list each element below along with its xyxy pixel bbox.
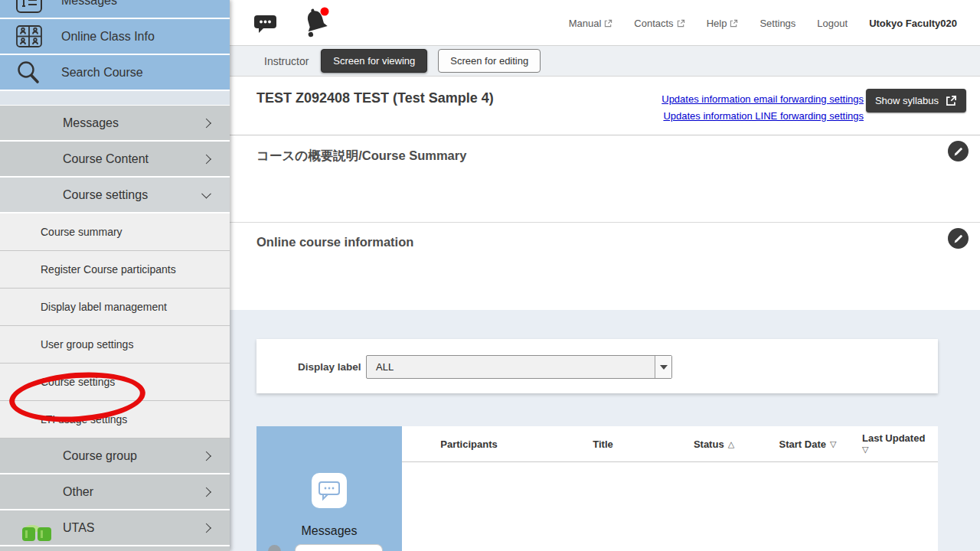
external-link-icon: [677, 19, 685, 28]
chevron-right-icon: [201, 118, 211, 128]
column-header-status[interactable]: Status △: [670, 439, 758, 450]
external-link-icon: [604, 19, 612, 28]
sidebar-spacer: [0, 91, 230, 106]
settings-link[interactable]: Settings: [760, 18, 795, 29]
column-header-start-date[interactable]: Start Date ▽: [758, 439, 858, 450]
sidebar-item-messages-top[interactable]: Messages: [0, 0, 230, 19]
section-heading: コースの概要説明/Course Summary: [256, 148, 466, 165]
chevron-right-icon: [201, 154, 211, 164]
sidebar-item-register-course-participants[interactable]: Register Course participants: [0, 251, 230, 289]
page-title: TEST Z092408 TEST (Test Sample 4): [256, 90, 494, 106]
contacts-link[interactable]: Contacts: [634, 18, 684, 29]
sidebar-item-label: Search Course: [49, 66, 143, 80]
chevron-down-icon: [201, 188, 211, 198]
section-heading: Online course information: [256, 235, 413, 249]
display-label-label: Display label: [298, 361, 361, 373]
sidebar-group-utas[interactable]: UTAS: [0, 510, 230, 546]
memo-icon: [15, 0, 49, 13]
table-body-empty: [402, 462, 938, 551]
line-forwarding-settings-link[interactable]: Updates information LINE forwarding sett…: [662, 108, 864, 125]
class-grid-icon: [15, 24, 49, 48]
bell-icon[interactable]: [302, 5, 332, 40]
sort-desc-icon: ▽: [830, 439, 836, 449]
sidebar-item-search-course[interactable]: Search Course: [0, 55, 230, 91]
content-lower-area: Display label ALL: [230, 310, 980, 551]
display-label-filter-panel: Display label ALL: [256, 339, 938, 393]
chat-bubble-icon[interactable]: [253, 14, 277, 34]
column-header-last-updated[interactable]: Last Updated ▽: [858, 432, 938, 455]
sidebar-group-course-settings[interactable]: Course settings: [0, 178, 230, 214]
main-area: Manual Contacts Help: [230, 0, 980, 551]
tab-screen-for-viewing[interactable]: Screen for viewing: [321, 49, 427, 73]
tile-partial-button: [295, 544, 383, 551]
messages-table: Messages Participants Title Status △ Sta…: [256, 426, 938, 551]
sidebar-item-course-settings[interactable]: Course settings: [0, 364, 230, 401]
help-link[interactable]: Help: [707, 18, 739, 29]
tile-label: Messages: [256, 524, 402, 538]
manual-link[interactable]: Manual: [569, 18, 613, 29]
sidebar-item-label: Online Class Info: [49, 30, 155, 44]
tab-screen-for-editing[interactable]: Screen for editing: [438, 49, 541, 73]
sidebar-group-course-content[interactable]: Course Content: [0, 142, 230, 178]
notification-dot: [321, 8, 329, 16]
sidebar-item-course-summary[interactable]: Course summary: [0, 214, 230, 251]
edit-course-summary-button[interactable]: [948, 141, 969, 161]
utas-logo-icon: [21, 524, 52, 543]
selected-value: ALL: [376, 361, 394, 373]
logout-link[interactable]: Logout: [817, 18, 848, 29]
email-forwarding-settings-link[interactable]: Updates information email forwarding set…: [662, 91, 864, 108]
messages-tile[interactable]: Messages: [256, 426, 402, 551]
external-link-icon: [946, 95, 957, 106]
sidebar-item-online-class-info[interactable]: Online Class Info: [0, 19, 230, 55]
forwarding-links: Updates information email forwarding set…: [662, 91, 864, 125]
sidebar-item-lti-usage-settings[interactable]: LTI usage settings: [0, 401, 230, 439]
sidebar-group-messages[interactable]: Messages: [0, 106, 230, 142]
course-title-block: TEST Z092408 TEST (Test Sample 4) Update…: [230, 77, 980, 135]
top-bar: Manual Contacts Help: [230, 0, 980, 46]
show-syllabus-button[interactable]: Show syllabus: [866, 89, 966, 112]
pencil-icon: [953, 233, 964, 244]
sidebar-group-course-group[interactable]: Course group: [0, 439, 230, 474]
chevron-right-icon: [201, 487, 211, 497]
chat-bubble-icon: [312, 473, 347, 508]
pencil-icon: [953, 146, 964, 157]
chevron-right-icon: [201, 523, 211, 533]
sidebar-group-other[interactable]: Other: [0, 474, 230, 510]
tile-partial-dot: [268, 545, 281, 551]
search-icon: [15, 60, 49, 86]
tab-bar: Instructor Screen for viewing Screen for…: [230, 46, 980, 77]
caret-down-icon[interactable]: [655, 356, 671, 378]
display-label-select[interactable]: ALL: [366, 355, 672, 379]
table-header-row: Participants Title Status △ Start Date ▽…: [402, 426, 938, 462]
external-link-icon: [730, 19, 738, 28]
column-header-participants: Participants: [402, 439, 536, 450]
course-summary-section: コースの概要説明/Course Summary: [230, 135, 980, 222]
chevron-right-icon: [201, 451, 211, 461]
sort-asc-icon: △: [728, 439, 734, 449]
role-label: Instructor: [264, 55, 309, 67]
sort-desc-icon: ▽: [862, 444, 868, 455]
sidebar-item-user-group-settings[interactable]: User group settings: [0, 326, 230, 364]
online-course-info-section: Online course information: [230, 222, 980, 310]
sidebar-item-display-label-management[interactable]: Display label management: [0, 289, 230, 326]
top-links: Manual Contacts Help: [569, 0, 957, 46]
username: Utokyo Faculty020: [869, 18, 957, 29]
sidebar: Messages Online Class Info Searc: [0, 0, 230, 551]
sidebar-item-label: Messages: [49, 0, 117, 8]
edit-online-course-info-button[interactable]: [948, 228, 969, 249]
column-header-title: Title: [536, 439, 670, 450]
